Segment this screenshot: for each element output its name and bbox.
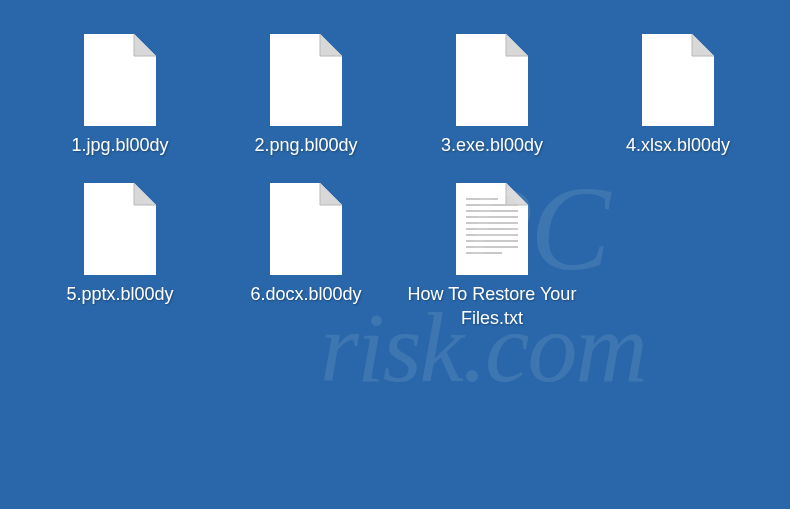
blank-file-icon bbox=[262, 26, 350, 134]
file-item[interactable]: 3.exe.bl00dy bbox=[402, 26, 582, 157]
blank-file-icon bbox=[262, 175, 350, 283]
svg-marker-13 bbox=[692, 34, 714, 56]
blank-file-icon bbox=[448, 26, 536, 134]
file-item[interactable]: 1.jpg.bl00dy bbox=[30, 26, 210, 157]
svg-marker-1 bbox=[134, 34, 156, 56]
file-label: 2.png.bl00dy bbox=[254, 134, 357, 157]
svg-marker-5 bbox=[320, 34, 342, 56]
blank-file-icon bbox=[76, 175, 164, 283]
file-label: 4.xlsx.bl00dy bbox=[626, 134, 730, 157]
svg-marker-25 bbox=[506, 183, 528, 205]
file-item[interactable]: 2.png.bl00dy bbox=[216, 26, 396, 157]
file-item[interactable]: 6.docx.bl00dy bbox=[216, 175, 396, 330]
svg-marker-9 bbox=[506, 34, 528, 56]
file-label: 6.docx.bl00dy bbox=[250, 283, 361, 306]
desktop-area: 1.jpg.bl00dy 2.png.bl00dy 3.exe.bl00dy bbox=[0, 0, 790, 330]
file-label: How To Restore Your Files.txt bbox=[404, 283, 580, 330]
blank-file-icon bbox=[634, 26, 722, 134]
svg-marker-17 bbox=[134, 183, 156, 205]
file-label: 5.pptx.bl00dy bbox=[66, 283, 173, 306]
file-label: 1.jpg.bl00dy bbox=[71, 134, 168, 157]
file-item[interactable]: 4.xlsx.bl00dy bbox=[588, 26, 768, 157]
text-file-icon bbox=[448, 175, 536, 283]
blank-file-icon bbox=[76, 26, 164, 134]
file-label: 3.exe.bl00dy bbox=[441, 134, 543, 157]
svg-marker-21 bbox=[320, 183, 342, 205]
file-item[interactable]: 5.pptx.bl00dy bbox=[30, 175, 210, 330]
file-item[interactable]: How To Restore Your Files.txt bbox=[402, 175, 582, 330]
